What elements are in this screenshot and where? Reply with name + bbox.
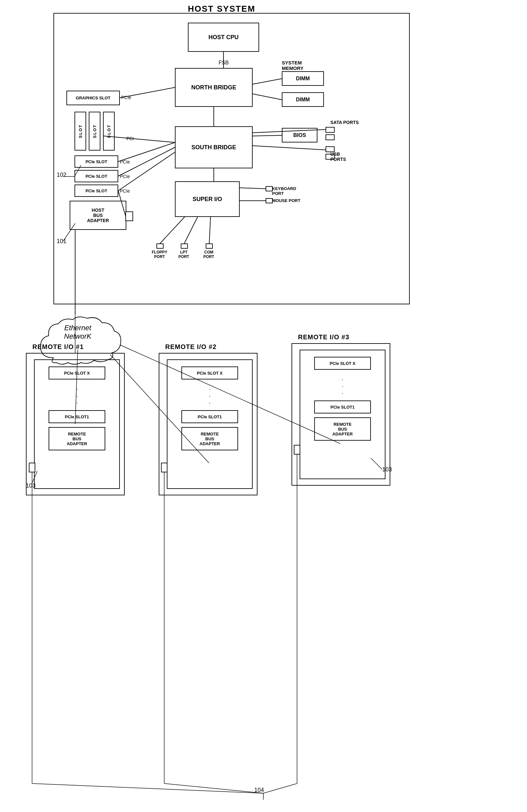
remote2-dots: ... <box>168 385 252 405</box>
svg-line-33 <box>264 783 297 793</box>
slot-box-2: SLOT <box>89 112 100 150</box>
slot-label-1: SLOT <box>78 124 83 138</box>
svg-line-31 <box>32 783 264 793</box>
label-103-2: 103 <box>382 466 392 473</box>
remote2-pcie-slot-x: PCIe SLOT X <box>181 366 238 379</box>
remote2-bus-adapter: REMOTEBUSADAPTER <box>181 427 238 450</box>
south-bridge-box: SOUTH BRIDGE <box>175 126 253 168</box>
usb-port2 <box>326 154 334 160</box>
remote-io-3-inner: PCIe SLOT X ... PCIe SLOT1 REMOTEBUSADAP… <box>300 350 385 479</box>
label-102: 102 <box>57 172 67 178</box>
slot-label-2: SLOT <box>92 124 97 138</box>
system-memory-label: SYSTEMMEMORY <box>282 60 303 71</box>
remote-io-3-label: REMOTE I/O #3 <box>298 333 350 341</box>
pcie-slot-row1: PCIe SLOT <box>74 156 118 168</box>
label-103-1: 103 <box>26 482 35 489</box>
remote1-pcie-slot-x: PCIe SLOT X <box>48 366 105 379</box>
pcie-label2: PCIe <box>120 174 130 179</box>
slot-box-1: SLOT <box>74 112 86 150</box>
remote1-dots: ... <box>35 385 119 405</box>
keyboard-port-label: KEYBOARDPORT <box>272 186 296 196</box>
remote3-dots: ... <box>300 375 385 395</box>
remote1-bus-adapter: REMOTEBUSADAPTER <box>48 427 105 450</box>
remote-io-2-label: REMOTE I/O #2 <box>165 343 217 351</box>
pci-label: PCI <box>126 136 134 141</box>
remote2-pcie-slot1: PCIe SLOT1 <box>181 410 238 423</box>
com-port-label: COMPORT <box>201 250 216 259</box>
pcie-label1: PCIe <box>120 159 130 164</box>
slot-box-3: SLOT <box>103 112 115 150</box>
lpt-port-connector <box>181 244 188 249</box>
host-system-title: HOST SYSTEM <box>188 4 255 14</box>
label-104: 104 <box>254 787 264 794</box>
keyboard-port-connector <box>266 186 273 191</box>
floppy-port-label: FLOPPYPORT <box>151 250 168 259</box>
pci-slots-container: SLOT SLOT SLOT <box>74 112 115 150</box>
super-io-box: SUPER I/O <box>175 181 240 217</box>
svg-line-32 <box>164 783 264 793</box>
dimm1-box: DIMM <box>282 71 324 86</box>
remote-io-1-label: REMOTE I/O #1 <box>32 343 84 351</box>
pcie-slot-row3: PCIe SLOT <box>74 185 118 197</box>
bios-box: BIOS <box>282 128 317 143</box>
remote1-pcie-slot1: PCIe SLOT1 <box>48 410 105 423</box>
sata-port2 <box>326 134 334 140</box>
graphics-slot-box: GRAPHICS SLOT <box>67 91 120 105</box>
ethernet-network-label: EthernetNetworK <box>41 324 115 340</box>
lpt-port-label: LPTPORT <box>176 250 191 259</box>
sata-port1 <box>326 127 334 133</box>
remote3-pcie-slot1: PCIe SLOT1 <box>314 401 371 414</box>
north-bridge-box: NORTH BRIDGE <box>175 68 253 107</box>
fsb-label: FSB <box>219 60 229 66</box>
pcie-label3: PCIe <box>120 188 130 193</box>
com-port-connector <box>206 244 213 249</box>
pcie-slot-row2: PCIe SLOT <box>74 170 118 182</box>
mouse-port-label: MOUSE PORT <box>272 198 300 203</box>
remote3-bus-adapter: REMOTEBUSADAPTER <box>314 417 371 441</box>
sata-ports-label: SATA PORTS <box>330 120 359 125</box>
remote3-pcie-slot-x: PCIe SLOT X <box>314 357 371 370</box>
remote-io-2-inner: PCIe SLOT X ... PCIe SLOT1 REMOTEBUSADAP… <box>167 359 253 489</box>
floppy-port-connector <box>156 244 163 249</box>
slot-label-3: SLOT <box>106 124 111 138</box>
host-bus-adapter-box: HOSTBUSADAPTER <box>70 201 126 230</box>
pcie-label-graphics: PCIe <box>121 95 131 100</box>
mouse-port-connector <box>266 198 273 203</box>
label-101: 101 <box>57 238 67 245</box>
dimm2-box: DIMM <box>282 92 324 107</box>
remote-io-1-inner: PCIe SLOT X ... PCIe SLOT1 REMOTEBUSADAP… <box>34 359 120 489</box>
host-cpu-box: HOST CPU <box>188 23 259 52</box>
usb-port1 <box>326 146 334 152</box>
